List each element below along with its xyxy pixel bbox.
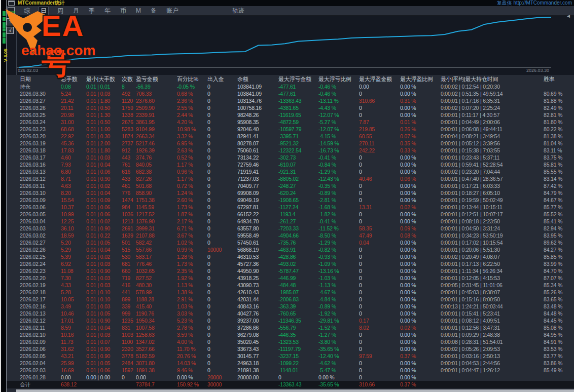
bottom-scrollbar[interactable] [16,389,574,392]
table-row[interactable]: 2026.03.0336.100.01 | 0.9026913999.316.7… [7,225,574,232]
table-row[interactable]: 2026.03.136.800.01 | 0.06616682.380.96 %… [7,168,574,175]
table-row[interactable]: 2026.03.1945.360.01 | 2.0027375217.466.9… [7,140,574,147]
header-cell[interactable]: 最小|大手数 [86,75,122,83]
cell: -35.65 % [318,345,359,352]
table-row[interactable]: 2026.03.2520.980.01 | 1.3013382339.912.4… [7,111,574,119]
cell: 4.20 % [177,119,207,126]
table-row[interactable]: 2026.03.0218.590.01 | 0.2216392107.883.6… [7,232,574,239]
table-row[interactable]: 2026.02.1710.050.01 | 0.108991188.282.91… [7,296,574,303]
menu-item-3[interactable]: 周 [56,7,64,15]
cell: -4904.66 [278,232,318,239]
table-row[interactable]: 2026.02.275.200.01 | 0.05501582.421.02 %… [7,239,574,246]
table-row[interactable]: 2026.03.2721.420.01 | 1.8011202376.602.3… [7,97,574,104]
menu-item-7[interactable]: 币 [119,7,127,15]
cell: 0:00:13 | 1:24:21 | 50:03:44 [441,303,537,310]
cell: 2339.91 [136,111,177,119]
table-row[interactable]: 2026.02.118.590.01 | 0.048311007.582.78 … [7,324,574,331]
table-row[interactable]: 2026.03.0510.990.01 | 0.0610361217.521.8… [7,211,574,218]
header-cell[interactable]: 总手数 [61,75,86,83]
menu-item-2[interactable]: 日 [39,7,49,15]
report-icon[interactable] [8,7,15,14]
table-row[interactable]: 2026.02.185.280.01 | 0.10441578.991.38 %… [7,289,574,296]
table-row[interactable]: 2026.02.265.290.01 | 0.04515557.660.99 %… [7,246,574,253]
cell: 480.30 [136,282,177,289]
table-row[interactable]: 2026.02.0631.620.01 | 0.9023203527.6611.… [7,345,574,352]
table-row[interactable]: 2026.02.207.300.01 | 0.03719827.521.92 %… [7,275,574,282]
cell: 82941.41 [237,133,278,140]
cell: 85.52 % [537,211,574,218]
position-row[interactable]: 持仓0.080.01 | 0.018-56.39-0.05 %0103841.0… [7,83,574,90]
menu-item-4[interactable]: 月 [72,7,80,15]
table-row[interactable]: 2026.03.2368.680.01 | 1.0052839104.9910.… [7,126,574,133]
cell: 0.00 % [400,367,441,374]
watermark-link[interactable]: 复盈侠 http://MTCommander.com [497,0,572,6]
total-row[interactable]: 合计638.1273784.7150.92 %30000-13363.43-35… [7,381,574,388]
table-row[interactable]: 2026.03.114.630.01 | 0.02461501.680.72 %… [7,182,574,189]
cell: 0.01 | 0.02 [86,182,122,189]
table-row[interactable]: 2026.03.2620.110.01 | 0.5017592509.902.5… [7,104,574,111]
cell: -12.07 % [318,111,359,119]
table-row[interactable]: 2026.03.1817.830.01 | 1.809121926.392.63… [7,147,574,154]
table-row[interactable]: 2026.02.0316.690.01 | 0.0615921891.389.4… [7,367,574,374]
cell: 0.06 % [400,175,441,182]
table-row[interactable]: 2026.03.128.710.01 | 0.90433827.261.17 %… [7,175,574,182]
table-row[interactable]: 2026.03.174.600.01 | 0.03443374.760.52 %… [7,154,574,161]
header-cell[interactable]: 最大浮亏比例 [318,75,359,83]
cell: 10.99 [61,211,86,218]
table-row[interactable]: 2026.02.0911.730.01 | 0.0711001347.024.0… [7,338,574,345]
cell: 0 [359,111,400,119]
table-row[interactable]: 2026.03.167.930.01 | 0.04761840.051.17 %… [7,161,574,168]
table-row[interactable]: 2026.03.0610.370.01 | 0.069841145.591.73… [7,204,574,211]
menu-item-6[interactable]: 年 [103,7,112,15]
header-cell[interactable]: 胜率 [537,75,574,83]
header-cell[interactable]: 盈亏金额 [136,75,177,83]
header-cell[interactable]: 次数 [122,75,136,83]
cell: 103134.76 [237,97,278,104]
cell: -11346.35 [278,317,318,324]
table-row[interactable]: 2026.02.0425.990.01 | 0.0524843071.8014.… [7,360,574,367]
cell: -4.67 % [318,289,359,296]
table-row[interactable]: 2026.01.280.000.00 | 0.0000.000.00 %2000… [7,374,574,381]
header-cell[interactable]: 最小|平均|最大持仓时间 [441,75,537,83]
menu-item-8[interactable]: M [135,7,142,15]
cell: 3.03 % [177,310,207,317]
table-row[interactable]: 2026.03.2431.000.01 | 0.5026763861.954.2… [7,119,574,126]
cell: 0:00:02 | 0:51:35 | 49:59:14 [441,90,537,97]
menu-item-9[interactable]: 备 [150,7,158,15]
cell: 68.68 [61,126,86,133]
table-row[interactable]: 2026.03.0915.540.01 | 0.0914741751.382.6… [7,197,574,204]
menu-item-10[interactable]: 账户 [165,7,180,15]
help-button[interactable]: ? [7,18,14,25]
table-row[interactable]: 2026.02.255.390.01 | 0.02530583.171.28 %… [7,253,574,260]
menu-item-1[interactable]: 综 [23,7,31,15]
header-cell[interactable]: 最大浮盈金额 [359,75,400,83]
table-row[interactable]: 2026.02.1310.460.01 | 0.059991190.763.03… [7,310,574,317]
header-cell[interactable]: 出入金 [207,75,237,83]
cell: 1759 [122,104,136,111]
cell: 20000 [207,374,237,381]
cell: -56.39 [136,83,177,90]
table-row[interactable]: 2026.03.108.200.01 | 0.04776858.901.24 %… [7,189,574,197]
menu-item-5[interactable]: 季 [88,7,96,15]
table-row[interactable]: 2026.02.246.920.01 | 0.03681776.461.73 %… [7,260,574,267]
header-cell[interactable]: 最大浮亏金额 [278,75,318,83]
check-button[interactable]: √ [7,27,14,34]
table-row[interactable]: 2026.03.2022.920.01 | 0.3018742663.343.3… [7,133,574,140]
header-cell[interactable]: 余额 [237,75,278,83]
header-cell[interactable]: 最大浮盈比例 [400,75,441,83]
table-row[interactable]: 2026.02.1217.010.01 | 0.9012351950.345.2… [7,317,574,324]
menu-item-11[interactable]: 轨迹 [231,7,245,15]
table-row[interactable]: 2026.03.305.240.01 | 0.03492706.330.68 %… [7,90,574,97]
table-row[interactable]: 2026.02.0543.210.01 | 0.9037785182.5920.… [7,352,574,360]
table-row[interactable]: 2026.02.2311.080.01 | 0.906601032.652.35… [7,267,574,275]
cell: 84.70 % [537,267,574,275]
header-cell[interactable]: 日期 [7,75,61,83]
header-cell[interactable]: 百分比% [177,75,207,83]
cell: 83.77 % [537,352,574,360]
table-row[interactable]: 2026.02.163.490.01 | 0.03339415.401.03 %… [7,303,574,310]
cell: 0.00 % [400,303,441,310]
table-row[interactable]: 2026.02.1010.160.01 | 0.0310031258.633.5… [7,331,574,338]
scroll-left-icon[interactable]: ◄ [566,13,571,19]
table-row[interactable]: 2026.02.194.330.01 | 0.03416480.301.13 %… [7,282,574,289]
table-row[interactable]: 2026.03.0412.250.01 | 0.0212131376.902.1… [7,218,574,225]
